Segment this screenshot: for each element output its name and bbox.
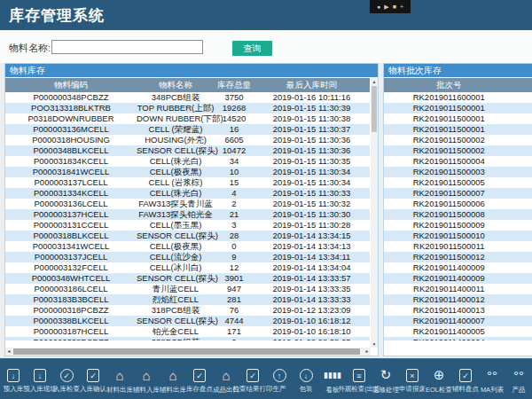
batch-row[interactable]: RK2019011500009CELL(珠光白) xyxy=(384,220,532,231)
inventory-row[interactable]: P0003183B3BCELL烈焰红CELL2812019-01-14 13:3… xyxy=(5,294,370,305)
inventory-row[interactable]: P000003131CCELLCELL(墨玉黑)32019-01-15 11:3… xyxy=(5,220,370,231)
batch-row[interactable]: RK2019011500011FAW313探头铂光金 xyxy=(384,241,532,252)
inventory-row[interactable]: P000031834KCELLCELL(珠光白)342019-01-15 11:… xyxy=(5,156,370,167)
cell: P0318DOWNRUBBER xyxy=(5,113,137,124)
batch-row[interactable]: RK2019011500008CELL (岩浆棕) xyxy=(384,209,532,220)
cell: 3750 xyxy=(215,92,254,103)
toolbar-item-rework[interactable]: ↻返修处理 xyxy=(372,367,399,395)
inventory-row[interactable]: P000003136MCELLCELL (荣耀蓝)162019-01-15 11… xyxy=(5,124,370,135)
batch-row[interactable]: RK2019011400005CELL (岩浆棕) xyxy=(384,326,532,337)
toolbar-item-stock-count[interactable]: ✓库存盘点 xyxy=(186,367,213,394)
scroll-right-icon[interactable]: ► xyxy=(364,348,371,356)
inventory-row[interactable]: P000031841WCELLCELL(极夜黑)102019-01-15 11:… xyxy=(5,167,370,177)
batch-row[interactable]: RK2019011400004SENSOR CELL(探头) xyxy=(384,337,532,340)
query-button[interactable]: 查询 xyxy=(232,41,272,56)
batch-row[interactable]: RK2019011500006CELL(极夜黑) xyxy=(384,199,532,209)
inventory-row[interactable]: P000003137HCELLFAW313探头铂光金212019-01-15 1… xyxy=(5,209,370,220)
inventory-row[interactable]: P0000348WHTCELLSENSOR CELL(探头)39012019-0… xyxy=(5,273,370,284)
batch-row[interactable]: RK2019011500007CELL(珠光白) xyxy=(384,188,532,199)
cell: 青川蓝CELL xyxy=(137,284,215,294)
batch-inventory-panel-title: 物料批次库存 xyxy=(384,64,532,77)
toolbar-item-product[interactable]: °°产品 xyxy=(505,367,532,395)
batch-row[interactable]: RK2019011400009SENSOR CELL(探头) xyxy=(384,262,532,273)
material-name-input[interactable] xyxy=(51,40,203,54)
batch-row[interactable]: RK2019011400009SENSOR CELL(探头) xyxy=(384,273,532,284)
batch-row[interactable]: RK2019011400013CELL (荣耀蓝) xyxy=(384,305,532,316)
toolbar-item-production[interactable]: ↑生产 xyxy=(266,367,293,394)
inventory-row[interactable]: P000000338PCBZZ338PCB组装02019-01-08 08:38… xyxy=(5,337,370,340)
batch-row[interactable]: RK2019011500002DOWN RUBBER(下部) xyxy=(384,135,532,145)
inventory-row[interactable]: P000003137LCELLCELL (岩浆棕)152019-01-15 11… xyxy=(5,177,370,188)
inventory-row[interactable]: POO313318BLKTRBTOP RUBBER(上部)192682019-0… xyxy=(5,103,370,113)
toolbar-item-auxiliary-outbound[interactable]: ⌂辅料出库 xyxy=(160,367,186,395)
inventory-row[interactable]: P000000348PCBZZ348PCB组装37502019-01-16 10… xyxy=(5,92,370,103)
batch-row[interactable]: RK2019011500001TOP RUBBER(上部) xyxy=(384,113,532,124)
toolbar-item-inbound-confirm[interactable]: ✓入库确认 xyxy=(80,367,106,394)
play-icon[interactable]: ▶ xyxy=(384,4,388,10)
batch-row[interactable]: RK2019011600001348PCB组装 xyxy=(384,92,532,103)
cell: RK2019011500005 xyxy=(384,177,514,188)
inventory-row[interactable]: P000003186LCELL青川蓝CELL9472019-01-14 13:3… xyxy=(5,284,370,294)
inventory-row[interactable]: P000031334KCELLCELL(珠光白)42019-01-15 11:3… xyxy=(5,188,370,199)
screen-recorder-overlay[interactable]: ●▶■+ xyxy=(370,0,411,13)
stop-icon[interactable]: ■ xyxy=(393,4,396,10)
toolbar-item-pre-inbound-site[interactable]: ↓预入库现场 xyxy=(27,367,53,394)
toolbar-item-inspection-result-print[interactable]: ✓检查结果打印 xyxy=(239,367,266,394)
vertical-scrollbar[interactable]: ▲ ▼ xyxy=(371,78,378,348)
vertical-scroll-thumb[interactable] xyxy=(372,86,377,132)
batch-row[interactable]: RK2019011500003HOUSING(外壳) xyxy=(384,167,532,177)
inventory-row[interactable]: P000000318PCBZZ318PCB组装762019-01-12 13:2… xyxy=(5,305,370,316)
toolbar-item-ma-list[interactable]: °°MA列表 xyxy=(479,367,505,395)
clipboard-check-icon: ✓ xyxy=(459,369,472,382)
cell: CELL(珠光白) xyxy=(137,188,215,199)
cell: CELL(冰川白) xyxy=(514,316,532,326)
inventory-row[interactable]: P000003187HCELL铂光金CELL1712019-01-10 16:1… xyxy=(5,326,370,337)
inventory-row[interactable]: P000003136LCELLFAW313探头青川蓝22019-01-15 11… xyxy=(5,199,370,209)
bottom-toolbar: ↓预入库↓预入库现场✓入库检查✓入库确认⌂材料出库⌂辅料入库⌂辅料出库✓库存盘点… xyxy=(0,358,532,399)
toolbar-item-label: 材料出库 xyxy=(106,386,133,395)
batch-row[interactable]: RK2019011400011CELL(流沙金) xyxy=(384,284,532,294)
inventory-row[interactable]: P0000348BLKCELLSENSOR CELL(探头)104722019-… xyxy=(5,145,370,156)
inventory-row[interactable]: P000003132FCELLCELL(冰川白)122019-01-14 13:… xyxy=(5,262,370,273)
warehouse-icon: ⌂ xyxy=(222,367,230,383)
inventory-row[interactable]: P0000318HOUSINGHOUSING(外壳)66052019-01-15… xyxy=(5,135,370,145)
settings-icon[interactable]: + xyxy=(400,4,403,10)
inventory-row[interactable]: P0000318BLKCELLSENSOR CELL(探头)282019-01-… xyxy=(5,231,370,241)
toolbar-item-appearance-inspection[interactable]: ≡外观检查(出货 xyxy=(346,367,372,394)
cell: FAW313探头青川蓝 xyxy=(514,231,532,241)
batch-row[interactable]: RK2019011500012CELL(墨玉黑) xyxy=(384,252,532,262)
inventory-row[interactable]: P0000338BLKCELLSENSOR CELL(探头)47442019-0… xyxy=(5,316,370,326)
cell: RK2019011500010 xyxy=(384,231,514,241)
scroll-up-icon[interactable]: ▲ xyxy=(371,78,378,85)
cell: 2019-01-15 11:30:39 xyxy=(254,103,370,113)
batch-row[interactable]: RK2019011500004CELL (荣耀蓝) xyxy=(384,156,532,167)
horizontal-scrollbar[interactable]: ◄ ► xyxy=(5,348,371,356)
toolbar-item-scrap-request[interactable]: ×申请报废 xyxy=(399,367,426,394)
scroll-left-icon[interactable]: ◄ xyxy=(5,348,12,356)
batch-row[interactable]: RK2019011400007CELL(冰川白) xyxy=(384,316,532,326)
toolbar-item-material-outbound[interactable]: ⌂材料出库 xyxy=(106,367,133,395)
inventory-row[interactable]: P000031341WCELLCELL(极夜黑)02019-01-14 13:3… xyxy=(5,241,370,252)
batch-row[interactable]: RK2019011500001TOP RUBBER(上部) xyxy=(384,124,532,135)
batch-row[interactable]: RK2019011500010FAW313探头青川蓝 xyxy=(384,231,532,241)
toolbar-item-auxiliary-inbound[interactable]: ⌂辅料入库 xyxy=(133,367,160,395)
batch-row[interactable]: RK2019011400012FAW313探头铂光金 xyxy=(384,294,532,305)
batch-row[interactable]: RK2019011500001TOP RUBBER(上部) xyxy=(384,103,532,113)
cell: P000003186LCELL xyxy=(5,284,137,294)
batch-row[interactable]: RK2019011500002DOWN RUBBER(下部) xyxy=(384,145,532,156)
cell: TOP RUBBER(上部) xyxy=(514,103,532,113)
inventory-row[interactable]: P0318DOWNRUBBERDOWN RUBBER(下部)145202019-… xyxy=(5,113,370,124)
cell: P0003183B3BCELL xyxy=(5,294,137,305)
toolbar-item-inbound-inspection[interactable]: ✓入库检查 xyxy=(53,367,80,394)
cell: 铂光金CELL xyxy=(137,326,215,337)
toolbar-item-packaging[interactable]: ↓包装 xyxy=(293,367,319,394)
toolbar-item-auxiliary-stock-count[interactable]: ✓辅料盘点 xyxy=(452,367,479,394)
cell: 0 xyxy=(215,241,254,252)
toolbar-item-eol-inspection[interactable]: ⊕EOL检查 xyxy=(426,367,452,395)
scroll-down-icon[interactable]: ▼ xyxy=(371,340,378,348)
horizontal-scroll-thumb[interactable] xyxy=(13,348,360,355)
batch-row[interactable]: RK2019011500005SENSOR CELL(探头) xyxy=(384,177,532,188)
cell: P000031341WCELL xyxy=(5,241,137,252)
record-icon[interactable]: ● xyxy=(377,4,380,10)
inventory-row[interactable]: P000003137JCELLCELL(流沙金)92019-01-14 13:3… xyxy=(5,252,370,262)
